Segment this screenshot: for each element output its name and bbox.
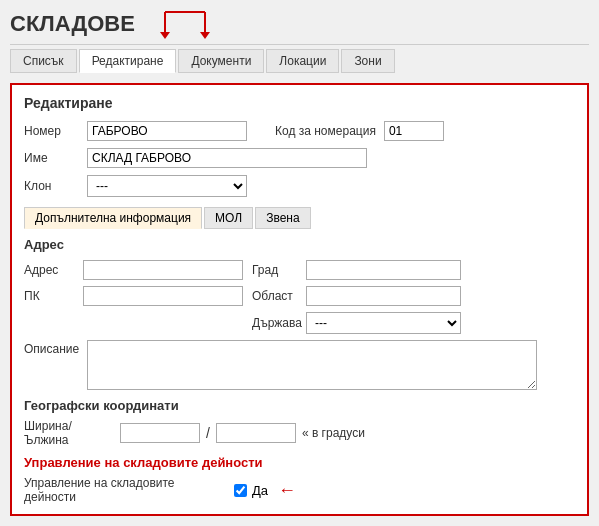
geo-title: Географски координати <box>24 398 575 413</box>
nomer-input[interactable] <box>87 121 247 141</box>
desc-row: Описание <box>24 340 575 390</box>
title-divider <box>10 44 589 45</box>
klon-row: Клон --- <box>24 175 575 197</box>
main-tabs: Списък Редактиране Документи Локации Зон… <box>10 49 589 73</box>
wm-title: Управление на складовите дейности <box>24 455 575 470</box>
nomer-row: Номер Код за номерация <box>24 121 575 141</box>
tab-spisak[interactable]: Списък <box>10 49 77 73</box>
tab-lokacii[interactable]: Локации <box>266 49 339 73</box>
wm-checkbox-wrap: Да <box>234 483 268 498</box>
oblast-label: Област <box>252 289 302 303</box>
inner-tab-zvena[interactable]: Звена <box>255 207 310 229</box>
page-title: СКЛАДОВЕ <box>10 11 135 37</box>
ime-row: Име <box>24 148 575 168</box>
tab-zoni[interactable]: Зони <box>341 49 394 73</box>
inner-tab-dopinfo[interactable]: Допълнителна информация <box>24 207 202 229</box>
addr-row1: Адрес Град <box>24 260 575 280</box>
pk-label: ПК <box>24 289 79 303</box>
ime-input[interactable] <box>87 148 367 168</box>
wm-label: Управление на складовите дейности <box>24 476 224 504</box>
nomer-label: Номер <box>24 124 79 138</box>
decorative-arrows <box>155 8 245 40</box>
inner-tabs: Допълнителна информация МОЛ Звена <box>24 207 575 229</box>
addr-row2: ПК Област <box>24 286 575 306</box>
section-title: Редактиране <box>24 95 575 111</box>
klon-label: Клон <box>24 179 79 193</box>
kod-label: Код за номерация <box>275 124 376 138</box>
wm-checkbox[interactable] <box>234 484 247 497</box>
klon-select[interactable]: --- <box>87 175 247 197</box>
grad-input[interactable] <box>306 260 461 280</box>
kod-input[interactable] <box>384 121 444 141</box>
desc-label: Описание <box>24 340 79 356</box>
grad-label: Град <box>252 263 302 277</box>
adres-label: Адрес <box>24 263 79 277</box>
pk-input[interactable] <box>83 286 243 306</box>
desc-textarea[interactable] <box>87 340 537 390</box>
inner-tab-mol[interactable]: МОЛ <box>204 207 253 229</box>
tab-redaktirane[interactable]: Редактиране <box>79 49 177 73</box>
darjava-label: Държава <box>252 316 302 330</box>
geo-section: Географски координати Ширина/Ължина / « … <box>24 398 575 447</box>
wm-da-label: Да <box>252 483 268 498</box>
svg-marker-1 <box>160 32 170 39</box>
geo-row: Ширина/Ължина / « в градуси <box>24 419 575 447</box>
ime-label: Име <box>24 151 79 165</box>
wm-red-arrow: ← <box>278 480 296 501</box>
wm-row: Управление на складовите дейности Да ← <box>24 476 575 504</box>
address-title: Адрес <box>24 237 575 252</box>
darjava-select[interactable]: --- <box>306 312 461 334</box>
geo-unit: « в градуси <box>302 426 365 440</box>
oblast-input[interactable] <box>306 286 461 306</box>
adres-input[interactable] <box>83 260 243 280</box>
wm-section: Управление на складовите дейности Управл… <box>24 455 575 504</box>
geo-input2[interactable] <box>216 423 296 443</box>
main-panel: Редактиране Номер Код за номерация Име К… <box>10 83 589 516</box>
tab-dokumenti[interactable]: Документи <box>178 49 264 73</box>
address-section: Адрес Адрес Град ПК Област Държава <box>24 237 575 390</box>
geo-input1[interactable] <box>120 423 200 443</box>
svg-marker-3 <box>200 32 210 39</box>
geo-separator: / <box>206 425 210 441</box>
darjava-row: Държава --- <box>24 312 575 334</box>
geo-label: Ширина/Ължина <box>24 419 114 447</box>
